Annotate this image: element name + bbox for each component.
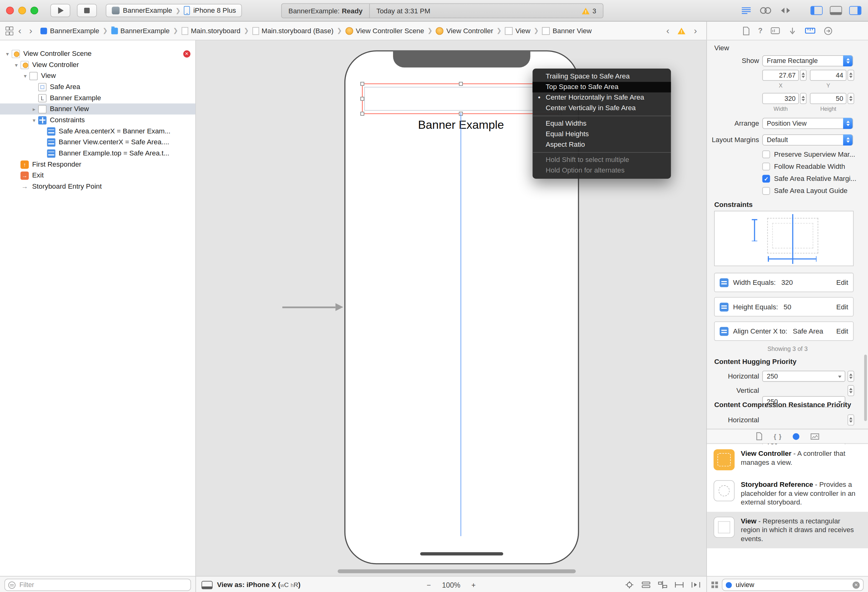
next-issue-button[interactable]: › xyxy=(690,26,701,35)
breadcrumb-view[interactable]: View xyxy=(505,27,530,34)
status-warnings[interactable]: ! 3 xyxy=(582,7,596,15)
hugging-horizontal-field[interactable]: 250 xyxy=(762,371,845,382)
checkbox-follow-readable-width[interactable]: Follow Readable Width xyxy=(762,162,845,171)
device-bar-toggle-icon[interactable] xyxy=(201,580,213,589)
zoom-level[interactable]: 100% xyxy=(442,580,461,589)
breadcrumb-view-controller[interactable]: View Controller xyxy=(436,27,493,34)
height-field[interactable]: 50 xyxy=(810,93,847,104)
menu-item-trailing-space[interactable]: Trailing Space to Safe Area xyxy=(532,71,671,82)
back-button[interactable]: ‹ xyxy=(14,26,25,35)
outline-row-constraint[interactable]: Banner View.centerX = Safe Area.... xyxy=(0,137,195,148)
layout-margins-popup[interactable]: Default xyxy=(762,134,853,146)
hugging-horizontal-stepper[interactable] xyxy=(847,371,854,382)
add-constraints-icon[interactable] xyxy=(674,581,684,589)
outline-row-exit[interactable]: →Exit xyxy=(0,170,195,181)
zoom-in-button[interactable]: + xyxy=(472,580,476,589)
x-field[interactable]: 27.67 xyxy=(762,70,799,81)
view-as-label[interactable]: View as: iPhone X (wC hR) xyxy=(217,581,301,589)
file-template-library-icon[interactable] xyxy=(756,432,763,440)
height-stepper[interactable] xyxy=(847,93,854,104)
inspector-scrollbar[interactable] xyxy=(864,355,867,421)
edit-button[interactable]: Edit xyxy=(836,278,848,286)
size-inspector-icon[interactable] xyxy=(805,28,816,34)
identity-inspector-icon[interactable] xyxy=(771,27,780,34)
menu-item-center-horizontally[interactable]: Center Horizontally in Safe Area xyxy=(532,93,671,103)
disclosure-open-icon[interactable]: ▾ xyxy=(12,62,21,68)
embed-in-stack-icon[interactable] xyxy=(641,581,651,589)
resize-handle[interactable] xyxy=(360,82,364,85)
run-button[interactable] xyxy=(50,4,70,17)
related-items-icon[interactable] xyxy=(6,27,12,35)
banner-view-selection[interactable] xyxy=(362,84,560,114)
library-filter-input[interactable] xyxy=(735,580,850,589)
y-field[interactable]: 44 xyxy=(810,70,847,81)
connections-inspector-icon[interactable] xyxy=(824,27,833,35)
outline-row-banner-example[interactable]: LBanner Example xyxy=(0,93,195,104)
breadcrumb-group[interactable]: BannerExample xyxy=(111,27,170,34)
hugging-vertical-stepper[interactable] xyxy=(847,385,854,396)
outline-row-first-responder[interactable]: ↑First Responder xyxy=(0,159,195,170)
breadcrumb-project[interactable]: BannerExample xyxy=(41,27,99,34)
library-item-view-controller[interactable]: View Controller - A controller that mana… xyxy=(707,444,868,475)
horizontal-scrollbar[interactable] xyxy=(338,569,576,573)
scheme-selector[interactable]: BannerExample ❯ iPhone 8 Plus xyxy=(106,4,242,17)
forward-button[interactable]: › xyxy=(25,26,36,35)
standard-editor-icon[interactable] xyxy=(741,6,752,14)
breadcrumb-banner-view[interactable]: Banner View xyxy=(542,27,592,34)
arrange-popup[interactable]: Position View xyxy=(762,118,853,129)
show-popup[interactable]: Frame Rectangle xyxy=(762,55,853,66)
toggle-inspectors-button[interactable] xyxy=(849,6,861,15)
outline-row-scene[interactable]: ▾View Controller Scene✕ xyxy=(0,48,195,59)
x-stepper[interactable] xyxy=(800,70,806,81)
breadcrumb-scene[interactable]: View Controller Scene xyxy=(345,27,424,34)
banner-example-label[interactable]: Banner Example xyxy=(362,119,560,132)
y-stepper[interactable] xyxy=(847,70,854,81)
outline-row-entry-point[interactable]: →Storyboard Entry Point xyxy=(0,181,195,192)
edit-button[interactable]: Edit xyxy=(836,327,848,335)
outline-row-constraint[interactable]: Banner Example.top = Safe Area.t... xyxy=(0,148,195,159)
update-frames-icon[interactable] xyxy=(624,581,634,589)
toggle-navigator-button[interactable] xyxy=(810,6,823,15)
menu-item-top-space[interactable]: Top Space to Safe Area xyxy=(532,82,671,93)
resize-handle[interactable] xyxy=(360,97,364,100)
disclosure-open-icon[interactable]: ▾ xyxy=(30,117,38,123)
disclosure-open-icon[interactable]: ▾ xyxy=(21,73,30,79)
outline-row-constraint[interactable]: Safe Area.centerX = Banner Exam... xyxy=(0,126,195,137)
library-grid-icon[interactable] xyxy=(711,582,718,588)
align-icon[interactable] xyxy=(657,581,667,589)
object-library-icon[interactable] xyxy=(793,433,799,439)
file-inspector-icon[interactable] xyxy=(742,27,750,35)
resize-handle[interactable] xyxy=(360,112,364,115)
checkbox-preserve-superview[interactable]: Preserve Superview Mar... xyxy=(762,150,855,159)
media-library-icon[interactable] xyxy=(810,433,819,439)
assistant-editor-icon[interactable] xyxy=(759,6,772,14)
edit-button[interactable]: Edit xyxy=(836,303,848,311)
version-editor-icon[interactable] xyxy=(779,6,792,14)
quick-help-inspector-icon[interactable]: ? xyxy=(758,27,762,35)
outline-row-constraints[interactable]: ▾Constraints xyxy=(0,115,195,126)
minimize-window-button[interactable] xyxy=(18,6,26,14)
constraint-row-height[interactable]: Height Equals: 50 Edit xyxy=(714,297,854,317)
compression-horizontal-stepper[interactable] xyxy=(847,415,854,426)
breadcrumb-storyboard[interactable]: Main.storyboard xyxy=(181,27,240,34)
error-badge-icon[interactable]: ✕ xyxy=(183,50,190,57)
resize-handle[interactable] xyxy=(459,82,462,85)
constraint-row-width[interactable]: Width Equals: 320 Edit xyxy=(714,273,854,292)
stop-button[interactable] xyxy=(77,4,97,17)
zoom-window-button[interactable] xyxy=(30,6,38,14)
attributes-inspector-icon[interactable] xyxy=(788,27,797,34)
outline-row-view-controller[interactable]: ▾View Controller xyxy=(0,59,195,71)
menu-item-equal-heights[interactable]: Equal Heights xyxy=(532,129,671,139)
outline-row-safe-area[interactable]: Safe Area xyxy=(0,81,195,93)
code-snippet-library-icon[interactable]: { } xyxy=(774,433,782,439)
disclosure-open-icon[interactable]: ▾ xyxy=(3,50,12,57)
outline-row-banner-view[interactable]: ▸Banner View xyxy=(0,103,195,115)
width-stepper[interactable] xyxy=(800,93,806,104)
outline-filter-field[interactable] xyxy=(4,579,191,591)
breadcrumb-storyboard-base[interactable]: Main.storyboard (Base) xyxy=(252,27,334,34)
library-filter-field[interactable]: ✕ xyxy=(722,579,864,591)
resolve-autolayout-icon[interactable] xyxy=(691,581,701,589)
library-item-view[interactable]: View - Represents a rectangular region i… xyxy=(707,512,868,548)
zoom-out-button[interactable]: − xyxy=(427,580,431,589)
toggle-debug-area-button[interactable] xyxy=(830,6,842,15)
